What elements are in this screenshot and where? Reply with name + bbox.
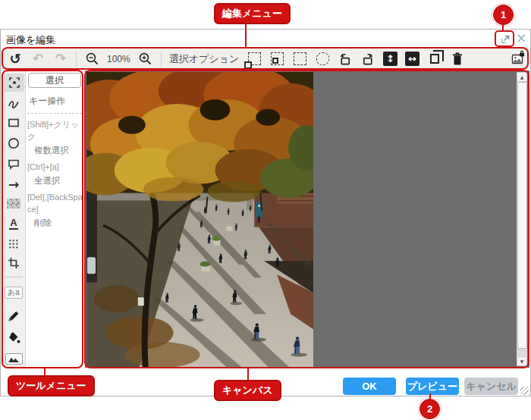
selection-options-label: 選択オプション xyxy=(169,52,240,66)
zoom-level-value: 100% xyxy=(107,54,130,64)
mosaic-tool[interactable] xyxy=(2,194,26,212)
photo xyxy=(86,72,313,367)
shortcut-keys: [Ctrl]+[a] xyxy=(27,161,83,173)
zoom-in-icon[interactable] xyxy=(138,51,153,67)
edit-menu-callout-line xyxy=(245,23,247,48)
key-operations-title: キー操作 xyxy=(27,95,83,108)
flip-horizontal-icon[interactable]: ↔ xyxy=(405,52,419,66)
edit-menu-label: 編集メニュー xyxy=(214,3,291,24)
delete-icon[interactable] xyxy=(450,51,465,67)
freehand-tool[interactable] xyxy=(2,95,26,113)
canvas-vertical-scrollbar[interactable]: ▲ ▼ xyxy=(517,72,527,366)
toolbar-separator xyxy=(76,52,77,67)
image-lock-icon[interactable] xyxy=(510,50,526,67)
selection-rect-icon[interactable] xyxy=(292,51,307,67)
ok-button[interactable]: OK xyxy=(343,378,396,395)
expand-dialog-button[interactable] xyxy=(498,32,513,46)
shortcut-action: 削除 xyxy=(27,217,83,229)
selection-add-icon[interactable] xyxy=(269,51,284,67)
shortcut-keys: [Del],[BackSpace] xyxy=(27,191,83,215)
dialog-title: 画像を編集 xyxy=(6,33,55,47)
duplicate-icon[interactable] xyxy=(427,51,442,67)
rotate-left-icon[interactable] xyxy=(338,51,353,67)
scroll-down-button[interactable]: ▼ xyxy=(517,356,527,366)
scrollbar-thumb[interactable] xyxy=(517,82,527,349)
text-tool[interactable]: A xyxy=(2,215,26,233)
image-insert-tool[interactable] xyxy=(2,349,26,368)
marker-2: 2 xyxy=(419,399,440,419)
speech-bubble-tool[interactable] xyxy=(2,155,26,173)
panel-divider xyxy=(27,113,82,114)
pencil-tool[interactable] xyxy=(2,307,26,325)
ellipse-tool[interactable] xyxy=(2,134,26,152)
scroll-up-button[interactable]: ▲ xyxy=(517,72,527,82)
resize-grip[interactable] xyxy=(520,387,529,395)
rectangle-tool[interactable] xyxy=(2,114,26,132)
marker-1: 1 xyxy=(493,5,514,25)
toolbar-separator xyxy=(161,52,162,67)
tool-strip: → A あa xyxy=(2,71,26,367)
zoom-out-icon[interactable] xyxy=(84,51,99,67)
shortcut-action: 全選択 xyxy=(27,174,83,186)
preview-button[interactable]: プレビュー xyxy=(406,378,459,395)
redo-icon[interactable]: ↷ xyxy=(55,52,66,65)
select-mode-button[interactable]: 選択 xyxy=(28,73,81,88)
text-style-tool[interactable]: あa xyxy=(2,284,26,302)
toolbar-content: ↺ ↶ ↷ 100% 選択オプション xyxy=(8,49,465,69)
strip-separator xyxy=(5,277,23,277)
canvas-label: キャンバス xyxy=(214,380,281,401)
flip-vertical-icon[interactable]: ↕ xyxy=(383,52,397,66)
select-tool[interactable] xyxy=(4,74,24,92)
shortcut-action: 複数選択 xyxy=(27,144,83,156)
screenshot-stage: 画像を編集 × ↺ ↶ ↷ 100% xyxy=(0,0,531,420)
shortcut-keys: [Shift]+クリック xyxy=(27,118,83,143)
cancel-button[interactable]: キャンセル xyxy=(464,378,518,395)
selection-new-icon[interactable] xyxy=(247,51,262,67)
expand-icon xyxy=(499,33,511,45)
undo-icon[interactable]: ↶ xyxy=(33,52,43,65)
shortcut-panel: 選択 キー操作 [Shift]+クリック 複数選択 [Ctrl]+[a] 全選択… xyxy=(26,71,85,367)
dot-pattern-tool[interactable] xyxy=(2,235,26,253)
fill-bucket-tool[interactable] xyxy=(2,328,26,346)
rotate-reset-icon[interactable]: ↺ xyxy=(9,52,20,66)
arrow-tool[interactable]: → xyxy=(2,175,26,193)
selection-free-icon[interactable] xyxy=(315,51,330,67)
crop-tool[interactable] xyxy=(2,254,26,272)
close-button[interactable]: × xyxy=(514,30,528,45)
rotate-right-icon[interactable] xyxy=(360,51,375,67)
tool-menu-label: ツールメニュー xyxy=(8,375,95,396)
